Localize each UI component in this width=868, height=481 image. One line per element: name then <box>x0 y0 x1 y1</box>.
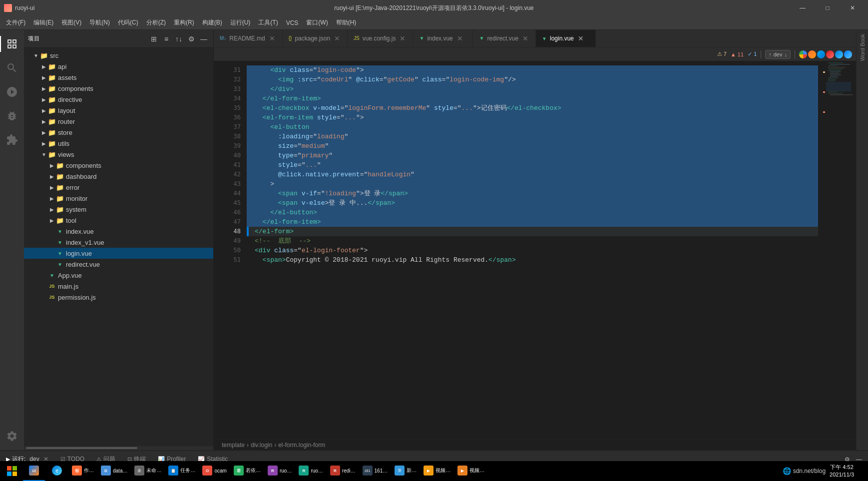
tab-index[interactable]: ▼ index.vue ✕ <box>413 30 473 47</box>
sidebar-sync-icon[interactable]: ⊞ <box>148 33 159 44</box>
tree-item-main-js[interactable]: JS main.js <box>24 281 213 292</box>
tree-item-assets[interactable]: ▶ 📁 assets <box>24 72 213 83</box>
tree-item-index-v1-vue[interactable]: ▼ index_v1.vue <box>24 237 213 248</box>
taskbar-ruo1[interactable]: 若 若依… <box>231 461 264 481</box>
tree-item-layout[interactable]: ▶ 📁 layout <box>24 105 213 116</box>
branch-selector[interactable]: ↑ dev ↓ <box>765 50 791 59</box>
tab-close-package[interactable]: ✕ <box>333 34 341 42</box>
taskbar-video2[interactable]: ▶ 视频… <box>454 461 487 481</box>
minimize-button[interactable]: — <box>791 0 814 16</box>
menu-item-z[interactable]: 分析(Z) <box>142 16 170 29</box>
tree-item-components[interactable]: ▶ 📁 components <box>24 83 213 94</box>
taskbar-redis[interactable]: R redi… <box>327 461 359 481</box>
activity-settings[interactable] <box>0 424 24 448</box>
taskbar-idea[interactable]: IJ <box>23 461 45 481</box>
activity-search[interactable] <box>0 56 24 80</box>
menu-item-b[interactable]: 构建(B) <box>198 16 226 29</box>
word-book-label[interactable]: Word Book <box>858 30 868 65</box>
opera-icon[interactable] <box>826 50 834 58</box>
activity-debug[interactable] <box>0 104 24 128</box>
ie-icon[interactable] <box>835 50 843 58</box>
firefox-icon[interactable] <box>808 50 816 58</box>
tree-item-api[interactable]: ▶ 📁 api <box>24 61 213 72</box>
tree-arrow-error: ▶ <box>48 183 56 191</box>
sidebar-filter-icon[interactable]: ↑↓ <box>173 33 184 44</box>
menu-item-h[interactable]: 帮助(H) <box>332 16 361 29</box>
tree-item-store[interactable]: ▶ 📁 store <box>24 127 213 138</box>
tree-item-src[interactable]: ▼ 📁 src <box>24 50 213 61</box>
tree-item-views[interactable]: ▼ 📁 views <box>24 149 213 160</box>
menu-item-f[interactable]: 文件(F) <box>2 16 29 29</box>
activity-git[interactable] <box>0 80 24 104</box>
menu-item-u[interactable]: 运行(U) <box>226 16 255 29</box>
close-button[interactable]: ✕ <box>841 0 864 16</box>
breadcrumb-form[interactable]: el-form.login-form <box>278 442 325 449</box>
tree-item-app-vue[interactable]: ▼ App.vue <box>24 270 213 281</box>
menu-item-e[interactable]: 编辑(E) <box>29 16 57 29</box>
sidebar-gear-icon[interactable]: ⚙ <box>186 33 197 44</box>
taskbar-ruo3[interactable]: R ruo… <box>296 461 326 481</box>
sidebar-collapse-icon[interactable]: ≡ <box>161 33 172 44</box>
taskbar-video1[interactable]: ▶ 视频… <box>421 461 453 481</box>
folder-icon-utils: 📁 <box>48 139 56 147</box>
menu-item-n[interactable]: 导航(N) <box>85 16 114 29</box>
tree-item-monitor[interactable]: ▶ 📁 monitor <box>24 193 213 204</box>
tree-arrow-components: ▶ <box>40 84 48 92</box>
tab-close-redirect[interactable]: ✕ <box>521 34 529 42</box>
tab-package[interactable]: {} package.json ✕ <box>283 30 348 47</box>
tab-close-index[interactable]: ✕ <box>456 34 464 42</box>
taskbar-create[interactable]: 创 作… <box>69 461 97 481</box>
tree-item-views-components[interactable]: ▶ 📁 components <box>24 160 213 171</box>
tab-close-login[interactable]: ✕ <box>577 34 585 42</box>
tree-item-router[interactable]: ▶ 📁 router <box>24 116 213 127</box>
vue-icon-redirect: ▼ <box>56 260 64 268</box>
code-content[interactable]: <div class="login-code"> <img :src="code… <box>247 61 818 439</box>
windows-start-button[interactable] <box>2 461 22 481</box>
menu-item-vcs[interactable]: VCS <box>282 17 303 28</box>
taskbar-data[interactable]: D data… <box>98 461 130 481</box>
tab-label-vueconfig: vue.config.js <box>363 35 396 42</box>
menu-item-t[interactable]: 工具(T) <box>254 16 282 29</box>
taskbar-unnamed[interactable]: 未 未命… <box>131 461 164 481</box>
taskbar-task[interactable]: 📋 任务… <box>165 461 198 481</box>
tab-close-readme[interactable]: ✕ <box>268 34 276 42</box>
taskbar-datax[interactable]: 新 新… <box>392 461 420 481</box>
activity-explorer[interactable] <box>0 32 24 56</box>
tree-item-directive[interactable]: ▶ 📁 directive <box>24 94 213 105</box>
tab-readme[interactable]: M↓ README.md ✕ <box>214 30 283 47</box>
tree-item-utils[interactable]: ▶ 📁 utils <box>24 138 213 149</box>
tree-item-login-vue[interactable]: ▼ login.vue <box>24 248 213 259</box>
menu-item-w[interactable]: 窗口(W) <box>302 16 332 29</box>
tab-vueconfig[interactable]: JS vue.config.js ✕ <box>348 30 413 47</box>
tree-item-redirect[interactable]: ▼ redirect.vue <box>24 259 213 270</box>
editor-body: 31 32 33 34 35 36 37 38 39 40 41 42 43 4… <box>214 61 856 439</box>
taskbar-clock[interactable]: 下午 4:52 2021/11/3 <box>830 464 854 479</box>
activity-extensions[interactable] <box>0 128 24 152</box>
menu-item-r[interactable]: 重构(R) <box>170 16 198 29</box>
edge-icon[interactable] <box>817 50 825 58</box>
taskbar-edge[interactable]: e <box>46 461 68 481</box>
tree-item-tool[interactable]: ▶ 📁 tool <box>24 215 213 226</box>
taskbar-161[interactable]: 161 161… <box>360 461 391 481</box>
tab-close-vueconfig[interactable]: ✕ <box>399 34 407 42</box>
maximize-button[interactable]: □ <box>816 0 839 16</box>
tab-redirect[interactable]: ▼ redirect.vue ✕ <box>473 30 536 47</box>
network-icon[interactable]: 🌐 <box>783 467 791 475</box>
menu-item-v[interactable]: 视图(V) <box>57 16 85 29</box>
taskbar-ruo2[interactable]: R ruo… <box>265 461 295 481</box>
sidebar-close-icon[interactable]: — <box>198 33 209 44</box>
tree-item-permission-js[interactable]: JS permission.js <box>24 292 213 303</box>
tree-item-index-vue[interactable]: ▼ index.vue <box>24 226 213 237</box>
video1-icon: ▶ <box>424 466 434 476</box>
menu-item-c[interactable]: 代码(C) <box>114 16 142 29</box>
safari-icon[interactable] <box>844 50 852 58</box>
tree-item-system[interactable]: ▶ 📁 system <box>24 204 213 215</box>
tree-item-dashboard[interactable]: ▶ 📁 dashboard <box>24 171 213 182</box>
taskbar-ocam[interactable]: O ocam <box>199 461 229 481</box>
breadcrumb-template[interactable]: template <box>222 442 245 449</box>
sidebar-scrollbar[interactable] <box>24 446 213 450</box>
chrome-icon[interactable] <box>799 50 807 58</box>
breadcrumb-div[interactable]: div.login <box>251 442 272 449</box>
tab-login[interactable]: ▼ login.vue ✕ <box>536 30 596 47</box>
tree-item-error[interactable]: ▶ 📁 error <box>24 182 213 193</box>
